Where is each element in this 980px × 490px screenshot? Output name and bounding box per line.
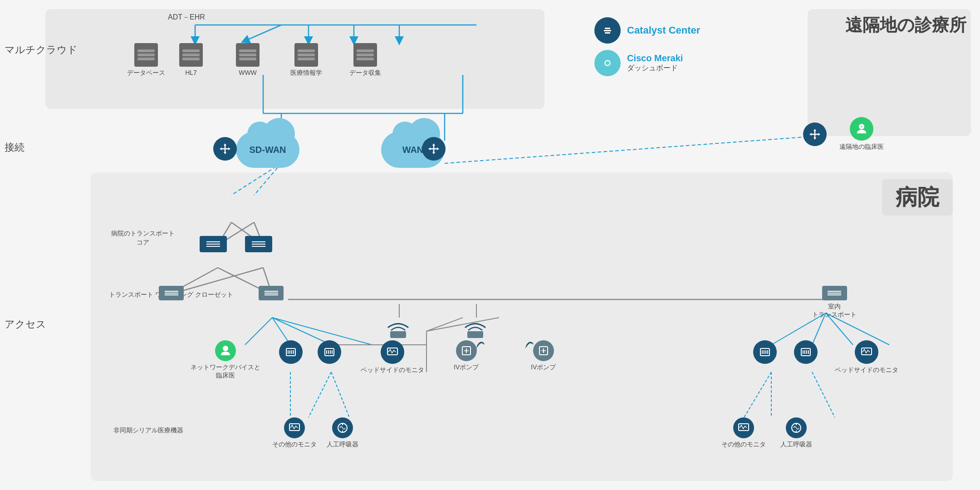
svg-point-93 <box>223 346 228 351</box>
router-right <box>422 137 446 161</box>
svg-marker-65 <box>813 129 816 131</box>
bedside-monitor-right: ベッドサイドのモニタ <box>835 340 898 374</box>
ap-left <box>386 318 411 340</box>
zone-hospital <box>91 172 953 481</box>
svg-marker-56 <box>228 147 230 150</box>
svg-text:+: + <box>860 124 863 129</box>
eth-device-right-1 <box>753 340 777 364</box>
server-hl7: HL7 <box>179 43 203 77</box>
svg-marker-68 <box>818 133 820 136</box>
svg-marker-59 <box>432 143 435 146</box>
svg-rect-45 <box>605 28 610 29</box>
svg-marker-62 <box>437 147 439 150</box>
eth-device-2 <box>318 340 341 364</box>
remote-label: 遠隔地の診療所 <box>845 14 966 37</box>
multicloud-label: マルチクラウド <box>5 43 78 57</box>
svg-point-50 <box>606 61 609 65</box>
svg-line-13 <box>445 136 817 163</box>
transport-core-switch-right <box>245 236 272 252</box>
async-label: 非同期シリアル医療機器 <box>113 426 183 435</box>
connection-label: 接続 <box>5 141 24 154</box>
ventilator-right: 人工呼吸器 <box>780 417 812 448</box>
server-database: データベース <box>127 43 165 77</box>
catalyst-center-label: Catalyst Center <box>627 24 700 36</box>
svg-marker-55 <box>220 147 222 150</box>
network-clinician: ネットワークデバイスと 臨床医 <box>191 340 260 379</box>
svg-rect-47 <box>605 32 610 34</box>
meraki-item: Cisco Meraki ダッシュボード <box>594 50 683 76</box>
svg-marker-67 <box>809 133 812 136</box>
eth-device-right-2 <box>794 340 818 364</box>
svg-rect-87 <box>390 331 406 338</box>
ap-right <box>463 318 488 340</box>
svg-rect-46 <box>604 30 611 31</box>
catalyst-center-item: Catalyst Center <box>594 17 700 44</box>
router-remote <box>803 122 827 146</box>
eth-device-1 <box>279 340 303 364</box>
server-www: WWW <box>236 43 260 77</box>
catalyst-logo <box>594 17 621 44</box>
remote-clinician: + 遠隔地の臨床医 <box>839 117 884 151</box>
room-transport-switch: 室内 トランスポート <box>812 286 857 318</box>
svg-marker-60 <box>432 152 435 154</box>
iv-pump-right: IVポンプ <box>531 340 556 371</box>
adt-ehr-label: ADT－EHR <box>168 13 205 22</box>
hospital-label: 病院 <box>882 179 953 216</box>
bedside-monitor-left: ベッドサイドのモニタ <box>361 340 424 374</box>
meraki-name: Cisco Meraki <box>627 53 683 64</box>
wiring-switch-left <box>159 286 184 300</box>
svg-marker-53 <box>224 143 226 146</box>
router-left <box>213 137 237 161</box>
meraki-sub: ダッシュボード <box>627 64 683 73</box>
svg-rect-88 <box>467 331 483 338</box>
svg-marker-61 <box>428 147 431 150</box>
other-monitor-left: その他のモニタ <box>272 417 317 448</box>
server-data-collection: データ収集 <box>349 43 381 77</box>
server-medical-info: 医療情報学 <box>290 43 322 77</box>
meraki-logo <box>594 50 621 76</box>
other-monitor-right: その他のモニタ <box>721 417 766 448</box>
center-switch <box>259 286 284 300</box>
sdwan-cloud: SD-WAN <box>236 132 299 168</box>
ventilator-left: 人工呼吸器 <box>327 417 358 448</box>
access-label: アクセス <box>5 318 46 331</box>
svg-marker-54 <box>224 152 226 154</box>
iv-pump-left: IVポンプ <box>454 340 479 371</box>
svg-marker-66 <box>813 137 816 140</box>
transport-core-switch-left <box>200 236 227 252</box>
meraki-label-group: Cisco Meraki ダッシュボード <box>627 53 683 73</box>
